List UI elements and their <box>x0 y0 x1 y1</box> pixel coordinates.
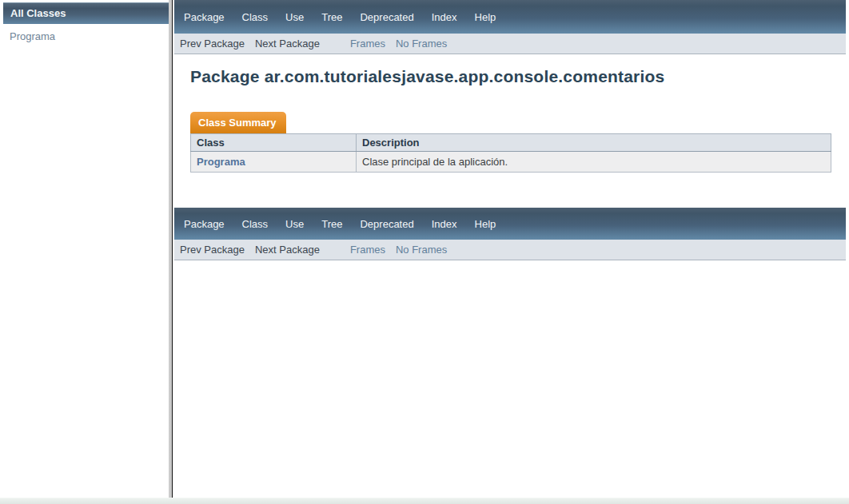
horizontal-scrollbar[interactable] <box>0 498 849 504</box>
class-summary-table: Class Description Programa Clase princip… <box>190 133 831 173</box>
nav-index-link[interactable]: Index <box>428 9 461 26</box>
bottom-subnav: Prev Package Next Package Frames No Fram… <box>174 240 846 260</box>
package-summary-frame: Package Class Use Tree Deprecated Index … <box>174 0 849 498</box>
top-navbar-list: Package Class Use Tree Deprecated Index … <box>174 0 846 34</box>
top-subnav: Prev Package Next Package Frames No Fram… <box>174 34 846 54</box>
nav-index-link[interactable]: Index <box>428 216 461 232</box>
allclasses-frame: All Classes Programa <box>0 0 169 498</box>
bottom-navbar-list: Package Class Use Tree Deprecated Index … <box>174 208 846 240</box>
nav-help-link[interactable]: Help <box>471 9 500 26</box>
column-header-description: Description <box>357 134 831 152</box>
frameset-divider[interactable] <box>169 0 174 498</box>
class-description: Clase principal de la aplicación. <box>357 152 831 173</box>
nav-package-link[interactable]: Package <box>180 216 229 232</box>
allclasses-header: All Classes <box>3 2 169 24</box>
class-summary-caption: Class Summary <box>190 112 286 133</box>
nav-help-link[interactable]: Help <box>471 216 500 232</box>
noframes-link[interactable]: No Frames <box>396 244 447 256</box>
bottom-navbar: Package Class Use Tree Deprecated Index … <box>174 208 846 240</box>
nav-tree-link[interactable]: Tree <box>317 216 346 232</box>
next-package-label: Next Package <box>255 244 320 256</box>
sidebar-item-programa[interactable]: Programa <box>10 30 55 42</box>
nav-tree-link[interactable]: Tree <box>317 9 346 26</box>
table-header-row: Class Description <box>191 134 831 152</box>
nav-use-link[interactable]: Use <box>281 9 308 26</box>
nav-use-link[interactable]: Use <box>281 216 308 232</box>
prev-package-label: Prev Package <box>180 244 245 256</box>
frames-link[interactable]: Frames <box>350 38 385 50</box>
nav-class-link[interactable]: Class <box>238 9 273 26</box>
next-package-label: Next Package <box>255 38 320 50</box>
nav-class-link[interactable]: Class <box>238 216 273 232</box>
page-title: Package ar.com.tutorialesjavase.app.cons… <box>190 67 664 86</box>
frames-link[interactable]: Frames <box>350 244 385 256</box>
nav-package-link[interactable]: Package <box>180 9 229 26</box>
table-row: Programa Clase principal de la aplicació… <box>191 152 831 173</box>
column-header-class: Class <box>191 134 357 152</box>
prev-package-label: Prev Package <box>180 38 245 50</box>
top-navbar: Package Class Use Tree Deprecated Index … <box>174 0 846 34</box>
noframes-link[interactable]: No Frames <box>396 38 447 50</box>
nav-deprecated-link[interactable]: Deprecated <box>356 216 417 232</box>
nav-deprecated-link[interactable]: Deprecated <box>356 9 417 26</box>
programa-class-link[interactable]: Programa <box>197 156 245 168</box>
